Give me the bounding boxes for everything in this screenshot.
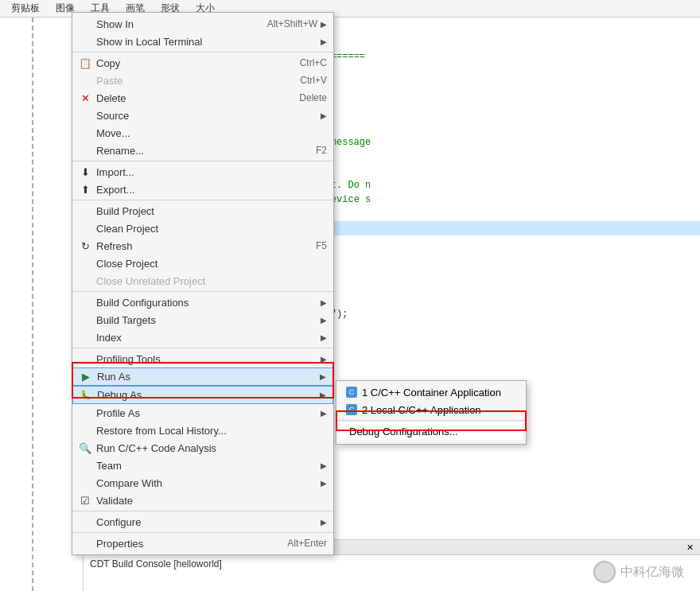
menu-item-label: Debug As — [97, 389, 317, 401]
console-tab-close[interactable]: ✕ — [686, 542, 694, 553]
submenu-arrow-icon: ▶ — [321, 111, 327, 120]
menu-item-label: Team — [96, 460, 317, 472]
menu-item-show-in-local-terminal[interactable]: Show in Local Terminal▶ — [72, 33, 333, 50]
watermark-icon — [593, 561, 616, 583]
menu-item-label: Build Configurations — [96, 297, 317, 309]
debug-submenu: C1 C/C++ Container ApplicationC2 Local C… — [336, 380, 527, 445]
context-menu: Show InAlt+Shift+W▶Show in Local Termina… — [72, 12, 334, 555]
menu-item-label: Run As — [97, 371, 317, 383]
menu-item-index[interactable]: Index▶ — [72, 329, 333, 346]
menu-item-label: Import... — [96, 166, 327, 178]
menu-item-label: Show In — [96, 18, 251, 30]
analysis-icon: 🔍 — [79, 441, 91, 454]
menu-item-build-project[interactable]: Build Project — [72, 202, 333, 220]
menu-item-debug-as[interactable]: 🐛Debug As▶ — [72, 386, 333, 404]
menu-item-show-in[interactable]: Show InAlt+Shift+W▶ — [72, 15, 333, 33]
submenu-arrow-icon: ▶ — [321, 479, 327, 488]
submenu-arrow-icon: ▶ — [321, 298, 327, 307]
refresh-icon: ↻ — [79, 239, 91, 252]
menu-item-label: Source — [96, 110, 317, 122]
submenu-item-0[interactable]: C1 C/C++ Container Application — [336, 383, 526, 401]
menu-item-label: Restore from Local History... — [96, 425, 327, 437]
menu-item-properties[interactable]: PropertiesAlt+Enter — [72, 535, 333, 552]
menu-item-shortcut: Ctrl+V — [300, 75, 327, 86]
menu-item-refresh[interactable]: ↻RefreshF5 — [72, 237, 333, 255]
menu-item-label: Move... — [96, 127, 327, 139]
watermark: 中科亿海微 — [593, 561, 684, 583]
menu-item-validate[interactable]: ☑Validate — [72, 492, 333, 509]
menu-item-configure[interactable]: Configure▶ — [72, 513, 333, 531]
menu-divider-34 — [72, 532, 333, 533]
submenu-arrow-icon: ▶ — [321, 518, 327, 527]
submenu-divider — [336, 420, 526, 421]
menu-item-label: Refresh — [96, 240, 300, 252]
delete-red-icon: ✕ — [79, 91, 91, 104]
menu-item-shortcut: F5 — [316, 240, 327, 251]
menu-item-label: Compare With — [96, 477, 317, 489]
submenu-item-label: 2 Local C/C++ Application — [362, 404, 481, 416]
menu-item-label: Paste — [96, 75, 284, 87]
menu-item-shortcut: Alt+Shift+W — [267, 18, 317, 29]
debug-icon: 🐛 — [80, 389, 92, 402]
menu-item-shortcut: Alt+Enter — [287, 538, 327, 549]
menu-item-shortcut: Delete — [299, 92, 327, 103]
menu-item-build-targets[interactable]: Build Targets▶ — [72, 311, 333, 329]
menu-divider-32 — [72, 511, 333, 511]
menu-item-run-c/c++-code-analysis[interactable]: 🔍Run C/C++ Code Analysis — [72, 439, 333, 457]
menu-item-shortcut: Ctrl+C — [300, 57, 327, 68]
submenu-arrow-icon: ▶ — [320, 372, 326, 381]
menu-item-close-unrelated-project: Close Unrelated Project — [72, 272, 333, 290]
menu-item-rename...[interactable]: Rename...F2 — [72, 142, 333, 159]
menu-item-label: Rename... — [96, 145, 300, 157]
submenu-item-1[interactable]: C2 Local C/C++ Application — [336, 401, 526, 418]
menu-item-source[interactable]: Source▶ — [72, 107, 333, 124]
menu-item-export...[interactable]: ⬆Export... — [72, 181, 333, 198]
menu-item-team[interactable]: Team▶ — [72, 457, 333, 474]
menu-item-move...[interactable]: Move... — [72, 124, 333, 142]
menu-item-label: Run C/C++ Code Analysis — [96, 442, 327, 454]
menu-item-clean-project[interactable]: Clean Project — [72, 220, 333, 237]
debug-configurations-label: Debug Configurations... — [349, 426, 458, 437]
import-icon: ⬇ — [79, 165, 91, 178]
menu-item-profiling-tools[interactable]: Profiling Tools▶ — [72, 350, 333, 367]
menu-item-import...[interactable]: ⬇Import... — [72, 163, 333, 181]
menu-item-delete[interactable]: ✕DeleteDelete — [72, 89, 333, 107]
menu-item-label: Configure — [96, 516, 317, 528]
menu-item-paste: PasteCtrl+V — [72, 72, 333, 89]
menu-item-label: Show in Local Terminal — [96, 36, 317, 48]
menu-item-label: Profiling Tools — [96, 353, 317, 365]
submenu-arrow-icon: ▶ — [321, 316, 327, 325]
menu-item-label: Export... — [96, 184, 327, 196]
cdt-icon: C — [346, 387, 357, 398]
menu-divider-22 — [72, 348, 333, 348]
menu-item-build-configurations[interactable]: Build Configurations▶ — [72, 294, 333, 311]
menu-item-label: Build Project — [96, 205, 327, 217]
submenu-arrow-icon: ▶ — [321, 355, 327, 364]
menu-clipboard[interactable]: 剪贴板 — [3, 0, 48, 17]
menu-item-label: Build Targets — [96, 314, 317, 326]
cdt-icon: C — [346, 404, 357, 415]
menu-divider-2 — [72, 52, 333, 52]
copy-icon: 📋 — [79, 56, 91, 69]
debug-configurations-item[interactable]: Debug Configurations... — [340, 422, 523, 440]
menu-divider-12 — [72, 200, 333, 200]
validate-icon: ☑ — [79, 494, 91, 507]
menu-item-label: Index — [96, 332, 317, 344]
menu-item-label: Clean Project — [96, 223, 327, 235]
submenu-arrow-icon: ▶ — [321, 333, 327, 342]
menu-item-copy[interactable]: 📋CopyCtrl+C — [72, 54, 333, 72]
submenu-arrow-icon: ▶ — [321, 409, 327, 418]
menu-item-label: Properties — [96, 538, 271, 550]
menu-item-label: Close Unrelated Project — [96, 275, 327, 287]
submenu-arrow-icon: ▶ — [321, 37, 327, 46]
menu-item-profile-as[interactable]: Profile As▶ — [72, 404, 333, 422]
menu-item-label: Profile As — [96, 407, 317, 419]
submenu-item-label: 1 C/C++ Container Application — [362, 387, 501, 399]
menu-item-run-as[interactable]: ▶Run As▶ — [72, 367, 333, 386]
menu-item-compare-with[interactable]: Compare With▶ — [72, 474, 333, 492]
submenu-arrow-icon: ▶ — [321, 461, 327, 470]
menu-divider-18 — [72, 291, 333, 292]
menu-item-close-project[interactable]: Close Project — [72, 255, 333, 272]
menu-item-restore-from-local-history...[interactable]: Restore from Local History... — [72, 422, 333, 439]
menu-item-label: Validate — [96, 495, 327, 507]
